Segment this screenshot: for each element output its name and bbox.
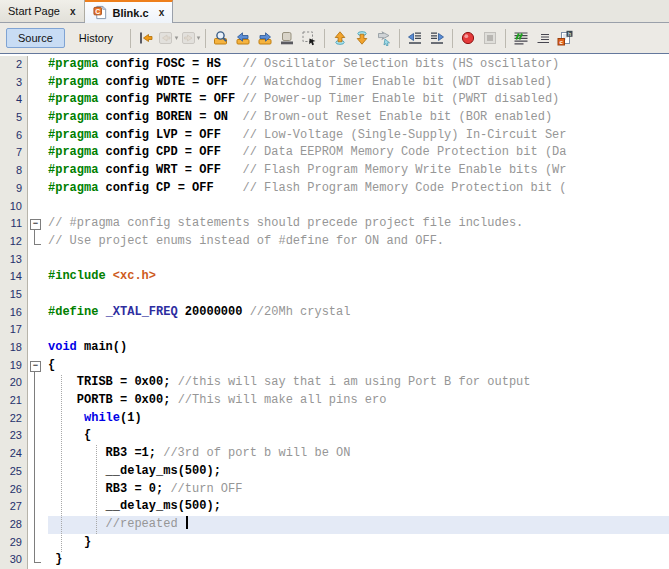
code-text[interactable]: #pragma config FOSC = HS // Oscillator S… <box>48 56 669 74</box>
code-text[interactable] <box>48 251 669 269</box>
code-editor[interactable]: 2#pragma config FOSC = HS // Oscillator … <box>0 54 669 569</box>
code-text[interactable]: } <box>48 551 669 569</box>
fold-collapse-icon[interactable]: − <box>30 361 41 372</box>
dropdown-caret-icon[interactable]: ▾ <box>175 34 179 42</box>
history-view-button[interactable]: History <box>67 28 125 48</box>
code-text[interactable]: void main() <box>48 339 669 357</box>
code-text[interactable]: PORTB = 0x00; //This will make all pins … <box>48 392 669 410</box>
toolbar-separator <box>399 29 400 48</box>
code-text[interactable]: #include <xc.h> <box>48 268 669 286</box>
find-selection-icon[interactable] <box>210 27 232 49</box>
stop-macro-icon[interactable] <box>479 27 501 49</box>
line-number[interactable]: 12 <box>0 233 28 251</box>
fold-margin <box>28 481 48 499</box>
code-text[interactable]: #pragma config CP = OFF // Flash Program… <box>48 180 669 198</box>
next-bookmark-icon[interactable] <box>351 27 373 49</box>
line-number[interactable]: 29 <box>0 534 28 552</box>
token-com: // Watchdog Timer Enable bit (WDT disabl… <box>242 75 552 89</box>
fold-end-corner <box>34 551 41 563</box>
toggle-bookmark-icon[interactable] <box>373 27 395 49</box>
rectangular-selection-icon[interactable] <box>298 27 320 49</box>
fold-collapse-icon[interactable]: − <box>30 219 41 230</box>
close-icon[interactable]: x <box>70 6 76 17</box>
code-line-23: 23 { <box>0 427 669 445</box>
code-text[interactable]: #pragma config CPD = OFF // Data EEPROM … <box>48 144 669 162</box>
find-previous-icon[interactable] <box>232 27 254 49</box>
uncomment-lines-icon[interactable] <box>532 27 554 49</box>
code-text[interactable]: #pragma config PWRTE = OFF // Power-up T… <box>48 91 669 109</box>
token-code: TRISB = 0x00; <box>48 375 178 389</box>
code-text[interactable]: { <box>48 427 669 445</box>
code-line-24: 24 RB3 =1; //3rd of port b will be ON <box>0 445 669 463</box>
line-number[interactable]: 21 <box>0 392 28 410</box>
shift-line-left-icon[interactable] <box>404 27 426 49</box>
forward-icon[interactable]: ▾ <box>179 27 201 49</box>
line-number[interactable]: 6 <box>0 127 28 145</box>
code-text[interactable]: #pragma config WRT = OFF // Flash Progra… <box>48 162 669 180</box>
jump-to-last-edit-icon[interactable] <box>135 27 157 49</box>
dropdown-caret-icon[interactable]: ▾ <box>197 34 201 42</box>
line-number[interactable]: 19 <box>0 357 28 375</box>
toggle-highlight-search-icon[interactable] <box>276 27 298 49</box>
line-number[interactable]: 22 <box>0 410 28 428</box>
line-number[interactable]: 11 <box>0 215 28 233</box>
line-number[interactable]: 30 <box>0 551 28 569</box>
token-code: config BOREN = ON <box>98 110 242 124</box>
line-number[interactable]: 4 <box>0 91 28 109</box>
previous-bookmark-icon[interactable] <box>329 27 351 49</box>
line-number[interactable]: 18 <box>0 339 28 357</box>
record-macro-icon[interactable] <box>457 27 479 49</box>
source-view-button[interactable]: Source <box>6 28 65 48</box>
code-text[interactable]: RB3 =1; //3rd of port b will be ON <box>48 445 669 463</box>
code-text[interactable]: { <box>48 357 669 375</box>
line-number[interactable]: 10 <box>0 198 28 216</box>
code-text[interactable]: TRISB = 0x00; //this will say that i am … <box>48 374 669 392</box>
line-number[interactable]: 17 <box>0 321 28 339</box>
line-number[interactable]: 7 <box>0 144 28 162</box>
fold-margin <box>28 321 48 339</box>
line-number[interactable]: 5 <box>0 109 28 127</box>
shift-line-right-icon[interactable] <box>426 27 448 49</box>
line-number[interactable]: 24 <box>0 445 28 463</box>
line-number[interactable]: 25 <box>0 463 28 481</box>
code-text[interactable] <box>48 198 669 216</box>
code-text[interactable]: #pragma config BOREN = ON // Brown-out R… <box>48 109 669 127</box>
line-number[interactable]: 26 <box>0 481 28 499</box>
find-next-icon[interactable] <box>254 27 276 49</box>
code-text[interactable]: RB3 = 0; //turn OFF <box>48 481 669 499</box>
code-text[interactable] <box>48 286 669 304</box>
code-text[interactable] <box>48 321 669 339</box>
toggle-header-source-icon[interactable]: hc <box>554 27 576 49</box>
back-icon[interactable]: ▾ <box>157 27 179 49</box>
line-number[interactable]: 20 <box>0 374 28 392</box>
code-text[interactable]: // #pragma config statements should prec… <box>48 215 669 233</box>
line-number[interactable]: 15 <box>0 286 28 304</box>
line-number[interactable]: 27 <box>0 498 28 516</box>
token-com: // Data EEPROM Memory Code Protection bi… <box>242 145 566 159</box>
fold-margin <box>28 304 48 322</box>
line-number[interactable]: 16 <box>0 304 28 322</box>
code-text[interactable]: #pragma config LVP = OFF // Low-Voltage … <box>48 127 669 145</box>
code-text[interactable]: __delay_ms(500); <box>48 498 669 516</box>
line-number[interactable]: 14 <box>0 268 28 286</box>
line-number[interactable]: 23 <box>0 427 28 445</box>
tab-blink-c[interactable]: C Blink.c x <box>85 0 174 23</box>
code-text[interactable]: while(1) <box>48 410 669 428</box>
line-number[interactable]: 13 <box>0 251 28 269</box>
tab-start-page[interactable]: Start Page x <box>0 0 85 22</box>
code-text[interactable]: // Use project enums instead of #define … <box>48 233 669 251</box>
comment-lines-icon[interactable] <box>510 27 532 49</box>
close-icon[interactable]: x <box>159 7 165 18</box>
code-text[interactable]: __delay_ms(500); <box>48 463 669 481</box>
line-number[interactable]: 8 <box>0 162 28 180</box>
code-text[interactable]: } <box>48 534 669 552</box>
code-line-9: 9#pragma config CP = OFF // Flash Progra… <box>0 180 669 198</box>
line-number[interactable]: 9 <box>0 180 28 198</box>
line-number[interactable]: 3 <box>0 74 28 92</box>
token-code: main() <box>77 340 127 354</box>
code-text[interactable]: #pragma config WDTE = OFF // Watchdog Ti… <box>48 74 669 92</box>
line-number[interactable]: 28 <box>0 516 28 534</box>
code-text[interactable]: #define _XTAL_FREQ 20000000 //20Mh cryst… <box>48 304 669 322</box>
code-text[interactable]: //repeated <box>48 516 669 534</box>
line-number[interactable]: 2 <box>0 56 28 74</box>
